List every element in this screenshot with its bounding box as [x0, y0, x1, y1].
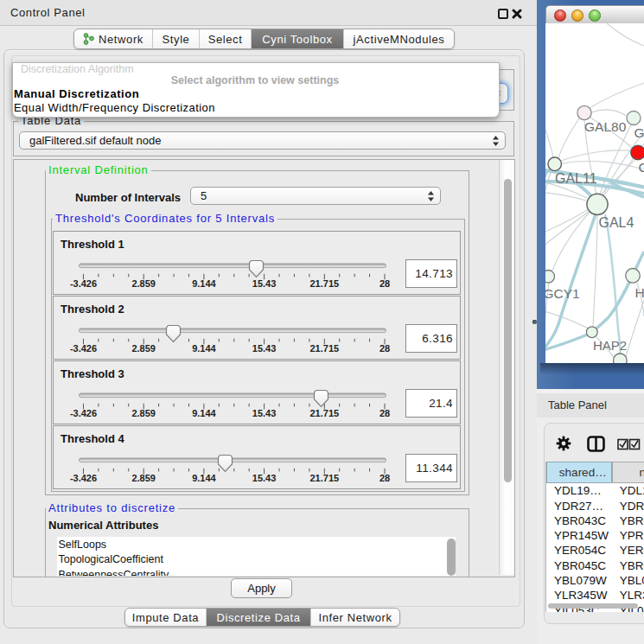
svg-text:15.43: 15.43 — [252, 408, 277, 418]
svg-text:15.43: 15.43 — [252, 278, 277, 289]
svg-text:28: 28 — [379, 343, 390, 354]
svg-text:C: C — [639, 160, 644, 175]
svg-text:21.715: 21.715 — [309, 408, 339, 418]
svg-text:21.715: 21.715 — [309, 278, 339, 289]
svg-text:-3.426: -3.426 — [70, 408, 97, 418]
svg-text:H: H — [635, 285, 644, 300]
svg-text:G.: G. — [634, 125, 644, 140]
svg-text:GCY1: GCY1 — [545, 286, 580, 301]
svg-text:-3.426: -3.426 — [70, 473, 97, 483]
svg-text:2.859: 2.859 — [131, 473, 156, 483]
svg-text:28: 28 — [379, 278, 390, 289]
svg-text:2.859: 2.859 — [131, 343, 156, 354]
svg-text:28: 28 — [379, 408, 390, 418]
svg-text:GAL11: GAL11 — [555, 171, 597, 186]
svg-text:HAP2: HAP2 — [593, 338, 627, 353]
svg-text:28: 28 — [379, 473, 390, 483]
svg-text:15.43: 15.43 — [252, 473, 277, 483]
svg-text:GAL4: GAL4 — [599, 215, 634, 230]
svg-text:15.43: 15.43 — [252, 343, 277, 354]
svg-text:-3.426: -3.426 — [70, 343, 97, 354]
svg-text:2.859: 2.859 — [131, 278, 156, 289]
svg-text:GAL80: GAL80 — [584, 119, 627, 134]
svg-text:21.715: 21.715 — [309, 343, 339, 354]
svg-text:21.715: 21.715 — [309, 473, 339, 483]
svg-text:9.144: 9.144 — [192, 408, 216, 418]
svg-text:9.144: 9.144 — [192, 343, 216, 354]
svg-text:2.859: 2.859 — [131, 408, 156, 418]
svg-text:9.144: 9.144 — [192, 278, 216, 289]
svg-text:-3.426: -3.426 — [70, 278, 97, 289]
svg-text:9.144: 9.144 — [192, 473, 216, 483]
